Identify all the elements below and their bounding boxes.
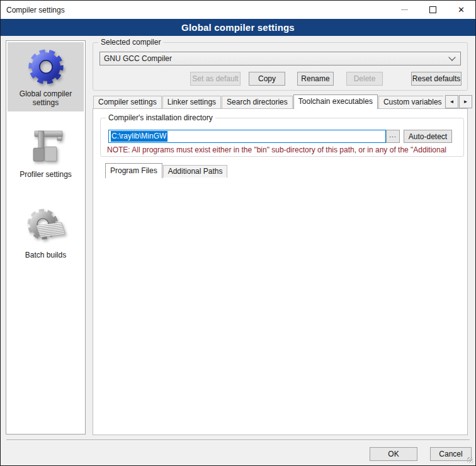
sidebar-item-batch-builds[interactable]: Batch builds: [8, 202, 84, 264]
tab-custom-variables[interactable]: Custom variables: [378, 96, 443, 108]
sidebar-item-label: Batch builds: [25, 251, 66, 259]
selected-path-text: C:\raylib\MinGW: [111, 131, 167, 142]
footer-separator: [6, 440, 470, 440]
tab-toolchain-executables[interactable]: Toolchain executables: [293, 94, 378, 109]
compiler-settings-dialog: Compiler settings ✕ Global compiler sett…: [0, 0, 476, 466]
selected-compiler-combobox[interactable]: GNU GCC Compiler: [99, 52, 461, 65]
ok-button[interactable]: OK: [370, 447, 417, 461]
note-text: NOTE: All programs must exist either in …: [107, 145, 461, 154]
sidebar-item-global-compiler-settings[interactable]: Global compiler settings: [8, 42, 84, 111]
rename-button[interactable]: Rename: [297, 72, 334, 86]
maximize-icon: [429, 6, 436, 13]
window-controls: ✕: [390, 1, 475, 19]
arrow-right-icon: ►: [463, 99, 468, 105]
reset-defaults-button[interactable]: Reset defaults: [411, 72, 462, 86]
toolchain-executables-page: [93, 108, 468, 435]
caliper-icon: [26, 127, 66, 167]
window-title: Compiler settings: [6, 6, 65, 14]
tab-compiler-settings[interactable]: Compiler settings: [93, 96, 162, 108]
sidebar-item-label: Global compiler settings: [20, 89, 72, 107]
titlebar[interactable]: Compiler settings ✕: [1, 1, 475, 19]
tab-search-directories[interactable]: Search directories: [222, 96, 293, 108]
maximize-button[interactable]: [419, 1, 447, 19]
tab-linker-settings[interactable]: Linker settings: [162, 96, 221, 108]
banner: Global compiler settings: [1, 19, 475, 36]
subtab-program-files[interactable]: Program Files: [105, 163, 162, 178]
arrow-left-icon: ◄: [450, 99, 455, 105]
selected-compiler-group: Selected compiler GNU GCC Compiler Set a…: [93, 42, 468, 91]
group-label: Compiler's installation directory: [106, 113, 215, 122]
copy-button[interactable]: Copy: [249, 72, 285, 86]
minimize-icon: [401, 9, 408, 10]
gear-blue-icon: [26, 47, 65, 86]
cancel-button[interactable]: Cancel: [430, 447, 472, 461]
sidebar-item-label: Profiler settings: [20, 170, 72, 179]
minimize-button[interactable]: [390, 1, 419, 19]
set-as-default-button[interactable]: Set as default: [190, 72, 241, 86]
resize-grip[interactable]: [467, 457, 473, 463]
sidebar: Global compiler settings Profiler set: [6, 40, 86, 435]
subtab-bar: Program Files Additional Paths: [105, 163, 228, 178]
browse-directory-button[interactable]: ...: [386, 130, 400, 143]
page-title: Global compiler settings: [181, 22, 295, 33]
close-button[interactable]: ✕: [447, 1, 475, 19]
tab-scroll-right-button[interactable]: ►: [459, 95, 472, 108]
installation-directory-input[interactable]: C:\raylib\MinGW: [108, 130, 386, 143]
installation-directory-group: Compiler's installation directory C:\ray…: [100, 118, 464, 157]
close-icon: ✕: [458, 6, 465, 14]
sidebar-item-profiler-settings[interactable]: Profiler settings: [8, 122, 84, 183]
combobox-value: GNU GCC Compiler: [104, 54, 172, 63]
group-label: Selected compiler: [98, 38, 163, 47]
tab-scroll-left-button[interactable]: ◄: [445, 95, 458, 108]
delete-button[interactable]: Delete: [346, 72, 383, 86]
gear-stack-icon: [26, 207, 66, 247]
chevron-down-icon: [448, 54, 455, 60]
tab-bar: Compiler settings Linker settings Search…: [93, 94, 443, 109]
subtab-additional-paths[interactable]: Additional Paths: [163, 165, 228, 178]
auto-detect-button[interactable]: Auto-detect: [404, 130, 452, 143]
